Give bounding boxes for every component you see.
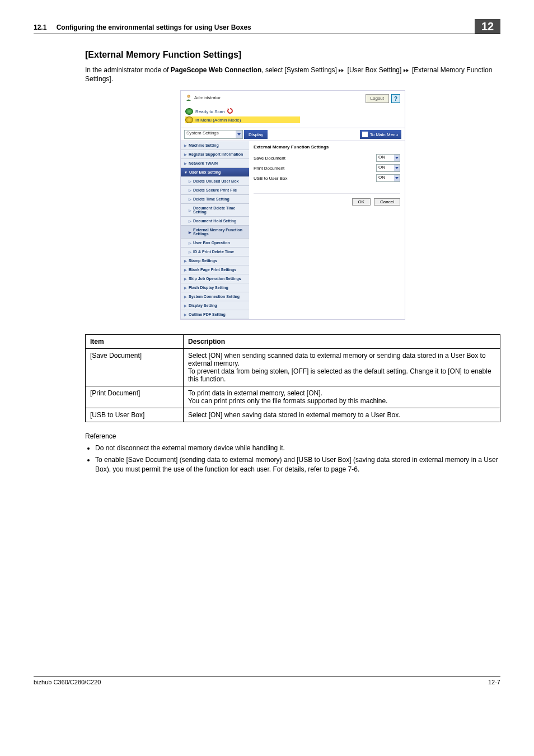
reference-list: Do not disconnect the external memory de… [85,444,500,474]
sidebar-label: Register Support Information [189,152,243,156]
setting-select[interactable]: ON [376,154,400,162]
expand-icon: ▷ [189,197,191,201]
intro-prefix: In the administrator mode of [85,66,171,74]
product-name: PageScope Web Connection [171,66,261,74]
status-warn-label: In Menu (Admin Mode) [195,118,241,123]
table-row: [Print Document] To print data in extern… [86,386,500,408]
chevron-down-icon [236,130,242,138]
setting-value: ON [378,155,385,160]
sidebar-item[interactable]: ▶Display Setting [181,301,249,310]
admin-label: Administrator [194,95,221,100]
sidebar-item[interactable]: ▶Flash Display Setting [181,283,249,292]
status-warn-icon [185,116,193,123]
to-main-menu-button[interactable]: To Main Menu [360,130,401,139]
sidebar-label: Blank Page Print Settings [189,268,236,272]
setting-value: ON [378,175,385,180]
table-header-description: Description [184,335,500,349]
setting-value: ON [378,165,385,170]
sidebar-label: Document Hold Setting [193,219,236,223]
sidebar-label: Stamp Settings [189,259,217,263]
sidebar-subitem-selected[interactable]: ▶External Memory Function Settings [181,226,249,239]
status-ready-icon [185,108,193,115]
expand-icon: ▷ [189,241,191,245]
refresh-icon[interactable] [227,108,233,115]
sidebar-label: Skip Job Operation Settings [189,277,241,281]
intro-mid: , select [System Settings] [261,66,339,74]
status-warn: In Menu (Admin Mode) [185,116,300,123]
expand-icon: ▶ [184,304,187,307]
setting-row: Print Document ON [254,163,400,173]
logout-button[interactable]: Logout [366,94,389,103]
sidebar-subitem[interactable]: ▷Delete Secure Print File [181,186,249,195]
sidebar-subitem[interactable]: ▷User Box Operation [181,239,249,248]
screenshot-panel: Administrator Logout ? Ready to Scan [180,90,405,320]
setting-label: Print Document [254,166,376,171]
table-row: [USB to User Box] Select [ON] when savin… [86,408,500,422]
sidebar-label: Delete Time Setting [193,197,229,201]
sidebar-item[interactable]: ▶System Connection Setting [181,292,249,301]
sidebar-label: User Box Setting [189,170,221,174]
expand-icon: ▶ [184,286,187,290]
sidebar-subitem[interactable]: ▷Delete Unused User Box [181,177,249,186]
setting-select[interactable]: ON [376,174,400,182]
page-footer: bizhub C360/C280/C220 12-7 [34,676,500,685]
category-select-value: System Settings [186,130,219,136]
chapter-number: 12 [475,19,500,34]
home-icon [362,132,368,137]
svg-point-0 [188,95,190,98]
intro-mid2: [User Box Setting] [345,66,403,74]
category-select[interactable]: System Settings [184,130,243,139]
chevron-down-icon [394,155,400,161]
sidebar-label: Machine Setting [189,143,219,147]
description-table: Item Description [Save Document] Select … [85,334,500,422]
sidebar-label: Display Setting [189,304,217,307]
sidebar-subitem[interactable]: ▷Document Hold Setting [181,217,249,226]
sidebar-item-active[interactable]: ▼User Box Setting [181,168,249,177]
sidebar-item[interactable]: ▶Stamp Settings [181,256,249,265]
sidebar-subitem[interactable]: ▷Document Delete Time Setting [181,204,249,217]
table-cell-desc: Select [ON] when sending scanned data to… [184,349,500,386]
expand-icon: ▷ [189,179,191,183]
sidebar-item[interactable]: ▶Register Support Information [181,150,249,159]
sidebar-label: System Connection Setting [189,295,240,298]
sidebar-item[interactable]: ▶Machine Setting [181,141,249,150]
sidebar-subitem[interactable]: ▷Delete Time Setting [181,195,249,204]
setting-label: USB to User Box [254,176,376,181]
arrow-icon [404,68,410,73]
sidebar-label: External Memory Function Settings [193,228,246,236]
footer-left: bizhub C360/C280/C220 [34,679,101,685]
sidebar-item[interactable]: ▶Skip Job Operation Settings [181,274,249,283]
expand-icon: ▷ [189,250,191,254]
table-cell-item: [Save Document] [86,349,184,386]
expand-icon: ▷ [189,188,191,192]
arrow-icon [339,68,345,73]
expand-icon: ▶ [184,268,187,272]
expand-icon: ▶ [184,312,187,316]
expand-icon: ▶ [184,161,187,165]
expand-icon: ▶ [184,277,187,281]
ok-button[interactable]: OK [352,198,371,206]
sidebar-item[interactable]: ▶Blank Page Print Settings [181,265,249,274]
footer-right: 12-7 [488,679,500,685]
sidebar-item[interactable]: ▶Network TWAIN [181,159,249,168]
expand-icon: ▶ [184,259,187,263]
table-row: [Save Document] Select [ON] when sending… [86,349,500,386]
cancel-button[interactable]: Cancel [374,198,400,206]
sidebar-label: ID & Print Delete Time [193,250,234,254]
help-button[interactable]: ? [391,94,400,103]
sidebar-item[interactable]: ▶Outline PDF Setting [181,310,249,319]
display-button[interactable]: Display [244,130,268,139]
sidebar-subitem[interactable]: ▷ID & Print Delete Time [181,248,249,256]
expand-icon: ▷ [189,208,191,212]
reference-item: Do not disconnect the external memory de… [95,444,500,453]
setting-row: Save Document ON [254,153,400,163]
setting-select[interactable]: ON [376,164,400,172]
sidebar-label: Outline PDF Setting [189,312,226,316]
intro-paragraph: In the administrator mode of PageScope W… [85,66,500,83]
sidebar-label: Network TWAIN [189,161,218,165]
page-heading: [External Memory Function Settings] [85,50,500,60]
status-ready: Ready to Scan [185,108,400,115]
table-header-item: Item [86,335,184,349]
running-header-left: 12.1 Configuring the environmental setti… [34,19,475,34]
expand-icon: ▶ [184,143,187,147]
